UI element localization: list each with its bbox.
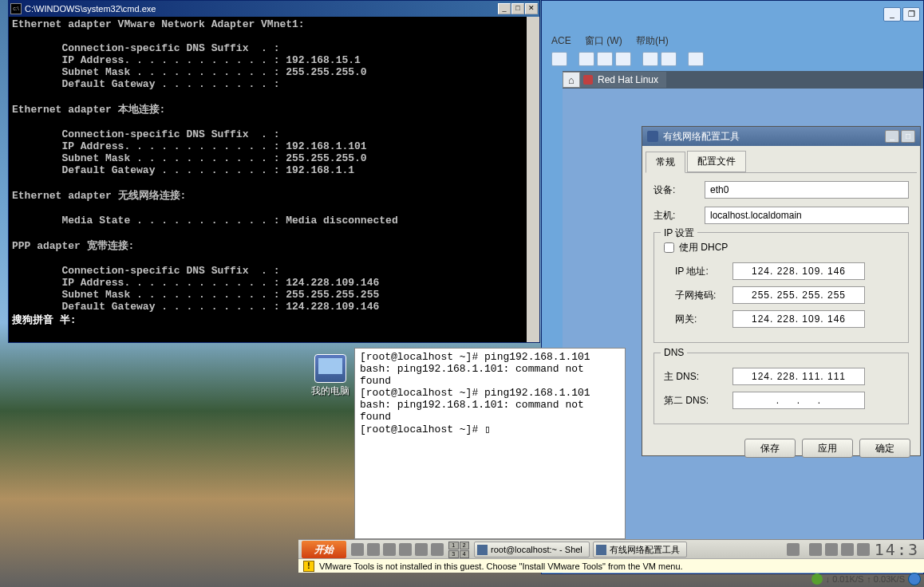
dialog-tabs: 常规 配置文件 — [646, 151, 917, 173]
gateway-input[interactable] — [732, 310, 865, 328]
menu-help[interactable]: 帮助(H) — [636, 35, 669, 46]
host-system-tray: ↓ 0.01K/S ↑ 0.03K/S — [811, 573, 921, 585]
tray-icon[interactable] — [367, 543, 380, 556]
gateway-label: 网关: — [664, 313, 732, 326]
gnome-taskbar: 开始 1234 root@localhost:~ - Shel 有线网络配置工具… — [298, 539, 924, 558]
tray-icon[interactable] — [841, 543, 854, 556]
dialog-title: 有线网络配置工具 — [663, 130, 740, 144]
my-computer-icon[interactable]: 我的电脑 — [306, 354, 354, 398]
cmd-title-text: C:\WINDOWS\system32\cmd.exe — [25, 4, 156, 14]
tray-icon[interactable] — [811, 573, 823, 585]
dns2-label: 第二 DNS: — [664, 394, 732, 408]
use-dhcp-checkbox[interactable] — [664, 242, 674, 253]
toolbar-button[interactable] — [578, 52, 594, 66]
network-icon — [647, 131, 658, 142]
maximize-button[interactable]: □ — [901, 130, 915, 143]
tray-icon[interactable] — [351, 543, 364, 556]
apply-button[interactable]: 应用 — [802, 439, 853, 458]
minimize-button[interactable]: _ — [885, 130, 899, 143]
dns1-label: 主 DNS: — [664, 370, 732, 384]
tray-icon[interactable] — [383, 543, 396, 556]
toolbar-button[interactable] — [661, 52, 677, 66]
cmd-titlebar[interactable]: c:\ C:\WINDOWS\system32\cmd.exe _ □ ✕ — [9, 1, 539, 17]
taskbar-item-netconfig[interactable]: 有线网络配置工具 — [593, 542, 687, 557]
maximize-button[interactable]: □ — [511, 3, 524, 14]
host-label: 主机: — [654, 209, 705, 223]
start-button[interactable]: 开始 — [302, 541, 346, 558]
menu-ace[interactable]: ACE — [551, 35, 571, 46]
ime-status: 搜狗拼音 半: — [12, 314, 77, 326]
dialog-form: 设备: 主机: IP 设置 使用 DHCP IP 地址: 子网掩码: 网关: — [642, 173, 920, 432]
mask-input[interactable] — [732, 286, 865, 304]
vmware-menubar: ACE 窗口 (W) 帮助(H) — [551, 34, 923, 48]
tab-general[interactable]: 常规 — [646, 152, 685, 173]
vmware-toolbar — [551, 50, 923, 68]
toolbar-button[interactable] — [597, 52, 613, 66]
dialog-button-row: 保存 应用 确定 — [642, 432, 920, 464]
network-config-dialog: 有线网络配置工具 _ □ 常规 配置文件 设备: 主机: IP 设置 使用 DH… — [642, 126, 921, 456]
clock: 14:3 — [875, 540, 919, 559]
warning-icon: ! — [303, 561, 314, 572]
taskbar-item-terminal[interactable]: root@localhost:~ - Shel — [474, 542, 590, 557]
cmd-text: Ethernet adapter VMware Network Adapter … — [12, 18, 398, 313]
vmware-statusbar: ! VMware Tools is not installed in this … — [298, 558, 924, 573]
toolbar-button[interactable] — [551, 52, 567, 66]
tray-icon[interactable] — [399, 543, 412, 556]
linux-terminal-window[interactable]: [root@localhost ~]# ping192.168.1.101 ba… — [354, 348, 626, 539]
toolbar-button[interactable] — [688, 52, 704, 66]
close-button[interactable]: ✕ — [525, 3, 538, 14]
ie-icon[interactable] — [908, 573, 921, 585]
dns2-input[interactable] — [732, 392, 865, 409]
vmware-restore-button[interactable]: ❐ — [902, 7, 920, 22]
dns-group: DNS 主 DNS: 第二 DNS: — [654, 353, 909, 424]
tray-icon[interactable] — [857, 543, 870, 556]
status-text: VMware Tools is not installed in this gu… — [319, 561, 683, 571]
tray-icon[interactable] — [787, 543, 800, 556]
device-label: 设备: — [654, 183, 705, 197]
host-input[interactable] — [705, 207, 909, 224]
tray-icon[interactable] — [415, 543, 428, 556]
ip-label: IP 地址: — [664, 265, 732, 278]
dns1-input[interactable] — [732, 368, 865, 385]
toolbar-button[interactable] — [642, 52, 658, 66]
tab-profiles[interactable]: 配置文件 — [687, 151, 746, 172]
minimize-button[interactable]: _ — [498, 3, 511, 14]
tab-home[interactable]: ⌂ — [563, 72, 580, 88]
cmd-output[interactable]: Ethernet adapter VMware Network Adapter … — [9, 17, 539, 342]
menu-window[interactable]: 窗口 (W) — [585, 35, 622, 46]
cmd-window: c:\ C:\WINDOWS\system32\cmd.exe _ □ ✕ Et… — [8, 0, 540, 343]
my-computer-label: 我的电脑 — [306, 384, 354, 398]
vmware-tabs: ⌂ Red Hat Linux — [563, 71, 923, 89]
save-button[interactable]: 保存 — [744, 439, 796, 458]
tray-icon[interactable] — [825, 543, 838, 556]
workspace-switcher[interactable]: 1234 — [448, 542, 469, 557]
ok-button[interactable]: 确定 — [859, 439, 910, 458]
ip-input[interactable] — [732, 262, 865, 280]
toolbar-button[interactable] — [615, 52, 631, 66]
upload-speed: ↑ 0.03K/S — [867, 574, 905, 584]
cmd-icon: c:\ — [10, 3, 22, 14]
dialog-titlebar[interactable]: 有线网络配置工具 _ □ — [642, 127, 920, 146]
tab-redhat-linux[interactable]: Red Hat Linux — [580, 72, 666, 88]
ip-settings-group: IP 设置 使用 DHCP IP 地址: 子网掩码: 网关: — [654, 232, 909, 343]
tray-icon[interactable] — [809, 543, 822, 556]
download-speed: ↓ 0.01K/S — [826, 574, 864, 584]
ip-settings-label: IP 设置 — [661, 227, 697, 240]
tray-icon[interactable] — [431, 543, 444, 556]
terminal-output[interactable]: [root@localhost ~]# ping192.168.1.101 ba… — [355, 349, 625, 438]
use-dhcp-label: 使用 DHCP — [679, 241, 728, 254]
mask-label: 子网掩码: — [664, 289, 732, 302]
computer-icon — [314, 354, 346, 383]
vmware-minimize-button[interactable]: _ — [883, 7, 901, 22]
device-input[interactable] — [705, 181, 909, 199]
dns-group-label: DNS — [661, 347, 687, 358]
